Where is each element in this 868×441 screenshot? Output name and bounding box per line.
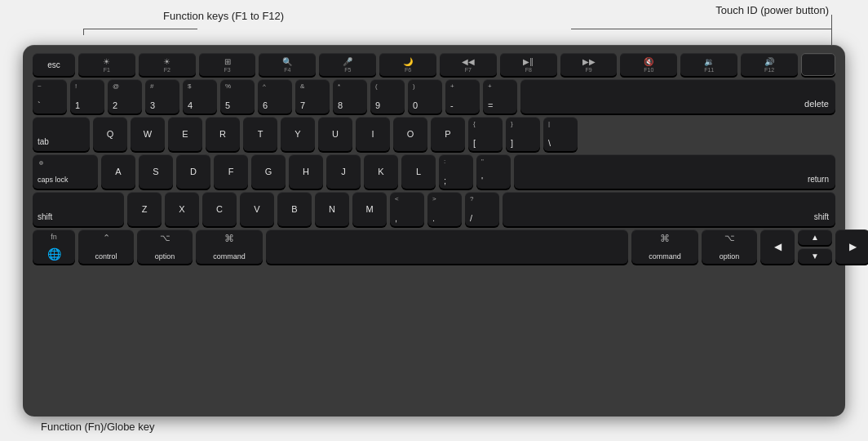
arrow-up-down: ▲ ▼ (798, 229, 832, 264)
key-q[interactable]: Q (93, 117, 127, 151)
key-comma[interactable]: < , (390, 192, 424, 226)
key-7[interactable]: & 7 (295, 79, 330, 114)
key-slash[interactable]: ? / (465, 192, 499, 226)
key-y[interactable]: Y (281, 117, 315, 151)
key-semicolon[interactable]: : ; (439, 154, 473, 189)
key-f11[interactable]: 🔉F11 (680, 53, 737, 76)
key-f4[interactable]: 🔍F4 (259, 53, 316, 76)
touch-id-label: Touch ID (power button) (715, 4, 829, 16)
key-f[interactable]: F (214, 154, 248, 189)
key-equals[interactable]: + = (483, 79, 517, 114)
key-w[interactable]: W (131, 117, 165, 151)
key-f5[interactable]: 🎤F5 (319, 53, 376, 76)
key-m[interactable]: M (352, 192, 387, 226)
keyboard: esc ☀F1 ☀F2 ⊞F3 🔍F4 🎤F5 🌙F6 ◀◀F7 ▶‖F8 ▶▶… (23, 45, 845, 416)
key-0[interactable]: ) 0 (408, 79, 442, 114)
key-k[interactable]: K (364, 154, 398, 189)
key-option-right[interactable]: ⌥ option (702, 229, 757, 264)
key-rbracket[interactable]: } ] (506, 117, 540, 151)
key-touch-id[interactable] (801, 53, 835, 76)
function-keys-label: Function keys (F1 to F12) (163, 10, 284, 22)
key-command-left[interactable]: ⌘ command (196, 229, 263, 264)
key-i[interactable]: I (356, 117, 390, 151)
caps-row: caps lock A S D F G H J K L : ; " ' retu… (33, 154, 835, 189)
key-e[interactable]: E (168, 117, 202, 151)
key-command-right[interactable]: ⌘ command (631, 229, 698, 264)
key-f2[interactable]: ☀F2 (139, 53, 196, 76)
key-f7[interactable]: ◀◀F7 (440, 53, 497, 76)
key-tab[interactable]: tab (33, 117, 90, 151)
key-return[interactable]: return (514, 154, 835, 189)
tab-row: tab Q W E R T Y U I O P { [ } ] | \ (33, 117, 835, 151)
key-option-left[interactable]: ⌥ option (137, 229, 193, 264)
key-t[interactable]: T (243, 117, 277, 151)
key-g[interactable]: G (251, 154, 286, 189)
key-a[interactable]: A (101, 154, 135, 189)
key-minus[interactable]: + - (445, 79, 480, 114)
key-b[interactable]: B (277, 192, 312, 226)
key-h[interactable]: H (289, 154, 323, 189)
keyboard-body: esc ☀F1 ☀F2 ⊞F3 🔍F4 🎤F5 🌙F6 ◀◀F7 ▶‖F8 ▶▶… (23, 45, 845, 416)
key-s[interactable]: S (139, 154, 173, 189)
key-arrow-up[interactable]: ▲ (798, 229, 832, 245)
key-v[interactable]: V (240, 192, 274, 226)
key-fn-globe[interactable]: fn 🌐 (33, 229, 75, 264)
key-p[interactable]: P (431, 117, 465, 151)
key-9[interactable]: ( 9 (370, 79, 405, 114)
key-f6[interactable]: 🌙F6 (379, 53, 436, 76)
function-keys-bracket-right (571, 29, 832, 35)
key-5[interactable]: % 5 (220, 79, 255, 114)
globe-label: Function (Fn)/Globe key (41, 421, 154, 433)
key-delete[interactable]: delete (520, 79, 835, 114)
key-z[interactable]: Z (127, 192, 162, 226)
key-f1[interactable]: ☀F1 (78, 53, 135, 76)
function-key-row: esc ☀F1 ☀F2 ⊞F3 🔍F4 🎤F5 🌙F6 ◀◀F7 ▶‖F8 ▶▶… (33, 53, 835, 76)
key-3[interactable]: # 3 (145, 79, 179, 114)
key-l[interactable]: L (401, 154, 436, 189)
key-esc[interactable]: esc (33, 53, 75, 76)
key-u[interactable]: U (318, 117, 352, 151)
key-control-left[interactable]: ⌃ control (78, 229, 134, 264)
key-f9[interactable]: ▶▶F9 (560, 53, 618, 76)
key-1[interactable]: ! 1 (70, 79, 104, 114)
key-backtick[interactable]: ~ ` (33, 79, 67, 114)
key-quote[interactable]: " ' (476, 154, 511, 189)
key-d[interactable]: D (176, 154, 210, 189)
key-j[interactable]: J (326, 154, 361, 189)
shift-row: shift Z X C V B N M < , > . ? / shift (33, 192, 835, 226)
key-f8[interactable]: ▶‖F8 (500, 53, 557, 76)
key-n[interactable]: N (315, 192, 349, 226)
key-shift-left[interactable]: shift (33, 192, 124, 226)
key-o[interactable]: O (393, 117, 427, 151)
key-lbracket[interactable]: { [ (468, 117, 503, 151)
key-arrow-right[interactable]: ▶ (835, 229, 868, 264)
function-keys-bracket-left (83, 29, 197, 35)
key-backslash[interactable]: | \ (543, 117, 578, 151)
number-row: ~ ` ! 1 @ 2 # 3 $ 4 % 5 (33, 79, 835, 114)
key-period[interactable]: > . (427, 192, 462, 226)
key-6[interactable]: ^ 6 (258, 79, 292, 114)
key-arrow-down[interactable]: ▼ (798, 248, 832, 264)
key-f10[interactable]: 🔇F10 (620, 53, 677, 76)
key-arrow-left[interactable]: ◀ (760, 229, 795, 264)
key-4[interactable]: $ 4 (183, 79, 217, 114)
key-f3[interactable]: ⊞F3 (199, 53, 256, 76)
key-shift-right[interactable]: shift (503, 192, 835, 226)
key-x[interactable]: X (165, 192, 199, 226)
bottom-row: fn 🌐 ⌃ control ⌥ option ⌘ command ⌘ (33, 229, 835, 264)
key-caps-lock[interactable]: caps lock (33, 154, 98, 189)
touch-id-line (831, 15, 832, 49)
arrow-keys: ◀ ▲ ▼ ▶ (760, 229, 835, 264)
key-space[interactable] (266, 229, 628, 264)
key-c[interactable]: C (202, 192, 237, 226)
key-r[interactable]: R (206, 117, 240, 151)
key-f12[interactable]: 🔊F12 (741, 53, 798, 76)
key-8[interactable]: * 8 (333, 79, 367, 114)
key-2[interactable]: @ 2 (108, 79, 142, 114)
